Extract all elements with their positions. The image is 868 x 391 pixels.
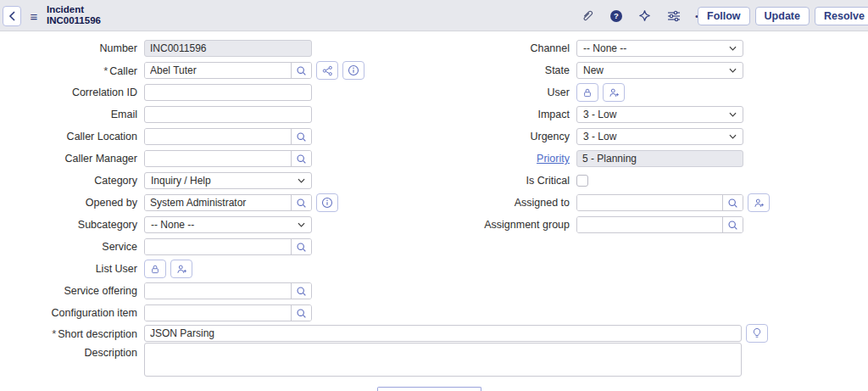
service-search-icon[interactable] xyxy=(291,239,311,254)
opened-by-reference-field xyxy=(144,194,312,211)
required-marker: * xyxy=(52,327,56,340)
field-user: User xyxy=(434,81,868,103)
caller-manager-input[interactable] xyxy=(145,151,291,166)
service-input[interactable] xyxy=(145,239,291,254)
urgency-select[interactable]: 3 - Low xyxy=(576,128,743,145)
resolve-button[interactable]: Resolve xyxy=(815,7,868,25)
impact-select[interactable]: 3 - Low xyxy=(576,106,743,123)
field-service: Service xyxy=(0,236,434,258)
required-marker: * xyxy=(103,64,108,77)
field-short-description: *Short description xyxy=(0,322,768,344)
form-column-left: Number INC0011596 *Caller Correlation ID… xyxy=(0,37,434,324)
chevron-down-icon xyxy=(729,46,737,51)
list-user-add-button[interactable] xyxy=(170,260,192,278)
assigned-to-input[interactable] xyxy=(577,195,722,210)
personalize-icon[interactable] xyxy=(666,8,681,23)
field-is-critical: Is Critical xyxy=(434,170,868,192)
number-label: Number xyxy=(0,42,144,54)
opened-by-preview-button[interactable] xyxy=(316,193,338,212)
field-caller-manager: Caller Manager xyxy=(0,148,434,170)
opened-by-search-icon[interactable] xyxy=(291,195,311,210)
category-select[interactable]: Inquiry / Help xyxy=(144,172,312,189)
attachment-icon[interactable] xyxy=(580,8,594,23)
assignment-group-search-icon[interactable] xyxy=(722,217,743,232)
record-number: INC0011596 xyxy=(47,15,101,26)
user-lock-button[interactable] xyxy=(576,83,598,102)
state-select[interactable]: New xyxy=(576,62,743,79)
share-nodes-icon xyxy=(322,65,333,76)
subcategory-select[interactable]: -- None -- xyxy=(144,216,312,233)
description-textarea[interactable] xyxy=(144,343,742,377)
user-label: User xyxy=(434,87,576,98)
configuration-item-input[interactable] xyxy=(145,305,291,321)
field-state: State New xyxy=(434,59,868,81)
chevron-down-icon xyxy=(729,68,737,73)
priority-link[interactable]: Priority xyxy=(537,153,570,165)
assign-to-me-button[interactable] xyxy=(748,193,770,212)
correlation-id-input[interactable] xyxy=(144,84,312,101)
channel-select[interactable]: -- None -- xyxy=(576,40,743,57)
caller-location-input[interactable] xyxy=(145,129,291,144)
service-offering-reference-field xyxy=(144,282,312,299)
update-button[interactable]: Update xyxy=(755,7,810,25)
impact-label: Impact xyxy=(434,109,576,120)
list-user-lock-button[interactable] xyxy=(144,260,166,278)
user-add-button[interactable] xyxy=(603,83,625,102)
suggestion-button[interactable] xyxy=(746,324,768,343)
back-button[interactable] xyxy=(3,6,21,26)
configuration-item-reference-field xyxy=(144,304,312,321)
caller-hierarchy-button[interactable] xyxy=(316,61,338,80)
service-offering-input[interactable] xyxy=(145,283,291,299)
field-correlation-id: Correlation ID xyxy=(0,81,434,103)
is-critical-checkbox[interactable] xyxy=(576,175,588,187)
caller-input[interactable] xyxy=(145,63,291,78)
chevron-down-icon xyxy=(298,222,305,227)
context-menu-icon[interactable]: ≡ xyxy=(26,7,42,25)
field-caller-location: Caller Location xyxy=(0,126,434,148)
caller-location-reference-field xyxy=(144,128,312,145)
caller-manager-search-icon[interactable] xyxy=(291,151,311,166)
assigned-to-search-icon[interactable] xyxy=(722,195,743,210)
correlation-id-label: Correlation ID xyxy=(0,87,144,98)
subcategory-label: Subcategory xyxy=(0,219,144,231)
field-configuration-item: Configuration item xyxy=(0,302,434,324)
caller-preview-button[interactable] xyxy=(342,61,364,80)
opened-by-input[interactable] xyxy=(145,195,291,210)
short-description-input[interactable] xyxy=(144,325,742,342)
svg-text:?: ? xyxy=(614,11,619,20)
form-column-right: Channel -- None -- State New User Impact… xyxy=(434,37,868,236)
follow-button[interactable]: Follow xyxy=(698,7,750,25)
user-plus-icon xyxy=(176,264,187,275)
is-critical-label: Is Critical xyxy=(434,175,576,187)
field-priority: Priority 5 - Planning xyxy=(434,148,868,170)
field-impact: Impact 3 - Low xyxy=(434,103,868,126)
field-list-user: List User xyxy=(0,258,434,280)
caller-reference-field xyxy=(144,62,312,79)
state-label: State xyxy=(434,64,576,76)
agent-assist-icon[interactable] xyxy=(637,8,652,23)
help-icon[interactable]: ? xyxy=(609,8,623,23)
related-content-stub[interactable] xyxy=(377,387,481,391)
user-plus-icon xyxy=(754,198,765,209)
lock-icon xyxy=(582,87,593,98)
caller-search-icon[interactable] xyxy=(291,63,311,78)
field-description: Description xyxy=(0,343,742,377)
urgency-label: Urgency xyxy=(434,131,576,142)
record-type: Incident xyxy=(47,4,101,15)
email-input[interactable] xyxy=(144,106,312,123)
caller-label: *Caller xyxy=(0,64,144,77)
opened-by-label: Opened by xyxy=(0,197,144,209)
assignment-group-input[interactable] xyxy=(577,217,722,232)
form-header-bar: ≡ Incident INC0011596 ? ••• Follow xyxy=(0,0,868,31)
caller-location-search-icon[interactable] xyxy=(291,129,311,144)
configuration-item-search-icon[interactable] xyxy=(291,305,311,321)
service-label: Service xyxy=(0,241,144,253)
service-offering-search-icon[interactable] xyxy=(291,283,311,299)
field-channel: Channel -- None -- xyxy=(434,37,868,59)
short-description-label: *Short description xyxy=(0,327,144,340)
page-title: Incident INC0011596 xyxy=(47,4,101,26)
chevron-down-icon xyxy=(729,134,737,139)
info-icon xyxy=(321,197,333,209)
lightbulb-icon xyxy=(752,327,762,339)
field-assignment-group: Assignment group xyxy=(434,214,868,236)
